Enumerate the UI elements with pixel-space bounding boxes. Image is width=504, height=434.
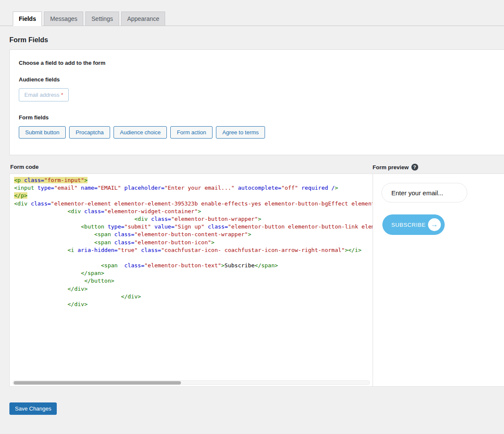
- form-field-buttons: Submit buttonProcaptchaAudience choiceFo…: [19, 126, 495, 139]
- required-marker: *: [59, 92, 63, 98]
- code-preview-section: Form code Form preview ? <p class="form-…: [0, 164, 504, 387]
- form-field-button-agree-to-terms[interactable]: Agree to terms: [216, 126, 265, 139]
- form-preview-label: Form preview: [373, 164, 409, 171]
- audience-field-button-email-address[interactable]: Email address *: [19, 88, 69, 101]
- code-line[interactable]: <div class="elementor-button-wrapper">: [14, 215, 373, 223]
- form-field-button-audience-choice[interactable]: Audience choice: [114, 126, 167, 139]
- code-line[interactable]: </span>: [14, 269, 373, 277]
- save-changes-button[interactable]: Save Changes: [9, 402, 57, 415]
- panels: <p class="form-input"><input type="email…: [9, 174, 504, 387]
- page-title: Form Fields: [9, 36, 504, 44]
- code-lines: <p class="form-input"><input type="email…: [10, 174, 373, 308]
- code-line[interactable]: <div class="elementor-widget-container">: [14, 208, 373, 215]
- audience-fields-label: Audience fields: [19, 76, 495, 83]
- code-line[interactable]: <i aria-hidden="true" class="coachfustar…: [14, 246, 373, 254]
- code-line[interactable]: </p>: [14, 192, 373, 200]
- code-line[interactable]: [14, 254, 373, 262]
- field-chooser-card: Choose a field to add to the form Audien…: [9, 49, 504, 155]
- scrollbar-thumb[interactable]: [14, 381, 181, 385]
- audience-fields: Email address *: [19, 88, 495, 101]
- horizontal-scrollbar[interactable]: [12, 380, 370, 385]
- form-preview-label-wrap: Form preview ?: [373, 164, 418, 171]
- tab-messages[interactable]: Messages: [44, 12, 83, 26]
- panel-labels: Form code Form preview ?: [9, 164, 504, 171]
- code-line[interactable]: </div>: [14, 293, 373, 301]
- tab-fields[interactable]: Fields: [13, 12, 42, 26]
- code-line[interactable]: <div class="elementor-element elementor-…: [14, 200, 373, 208]
- admin-page: { "tabs": [ {"label": "Fields", "active"…: [0, 0, 504, 434]
- code-line[interactable]: <p class="form-input">: [14, 176, 373, 184]
- arrow-right-icon: →: [428, 218, 441, 231]
- help-question-icon[interactable]: ?: [411, 164, 418, 171]
- code-line[interactable]: <button type="submit" value="Sign up" cl…: [14, 223, 373, 231]
- tab-bar: FieldsMessagesSettingsAppearance: [0, 0, 504, 26]
- code-line[interactable]: </div>: [14, 285, 373, 293]
- preview-email-input[interactable]: Enter your email...: [382, 183, 467, 203]
- form-code-editor[interactable]: <p class="form-input"><input type="email…: [10, 174, 373, 386]
- preview-subscribe-button[interactable]: SUBSCRIBE →: [382, 214, 445, 235]
- code-line[interactable]: <span class="elementor-button-text">Subs…: [14, 262, 373, 269]
- tab-appearance[interactable]: Appearance: [121, 12, 166, 26]
- audience-field-label: Email address: [24, 92, 59, 98]
- code-line[interactable]: <span class="elementor-button-icon">: [14, 239, 373, 246]
- form-field-button-procaptcha[interactable]: Procaptcha: [69, 126, 110, 139]
- code-line[interactable]: <span class="elementor-button-content-wr…: [14, 231, 373, 238]
- form-field-button-form-action[interactable]: Form action: [170, 126, 213, 139]
- chooser-title: Choose a field to add to the form: [19, 60, 495, 66]
- code-line[interactable]: </button>: [14, 277, 373, 285]
- preview-email-placeholder: Enter your email...: [391, 189, 443, 197]
- code-line[interactable]: </div>: [14, 301, 373, 308]
- subscribe-label: SUBSCRIBE: [391, 222, 426, 228]
- form-fields-label: Form fields: [19, 114, 495, 121]
- tab-settings[interactable]: Settings: [85, 12, 119, 26]
- form-code-label: Form code: [9, 164, 373, 171]
- form-preview-panel: Enter your email... SUBSCRIBE →: [373, 174, 504, 386]
- form-field-button-submit-button[interactable]: Submit button: [19, 126, 66, 139]
- code-line[interactable]: <input type="email" name="EMAIL" placeho…: [14, 184, 373, 192]
